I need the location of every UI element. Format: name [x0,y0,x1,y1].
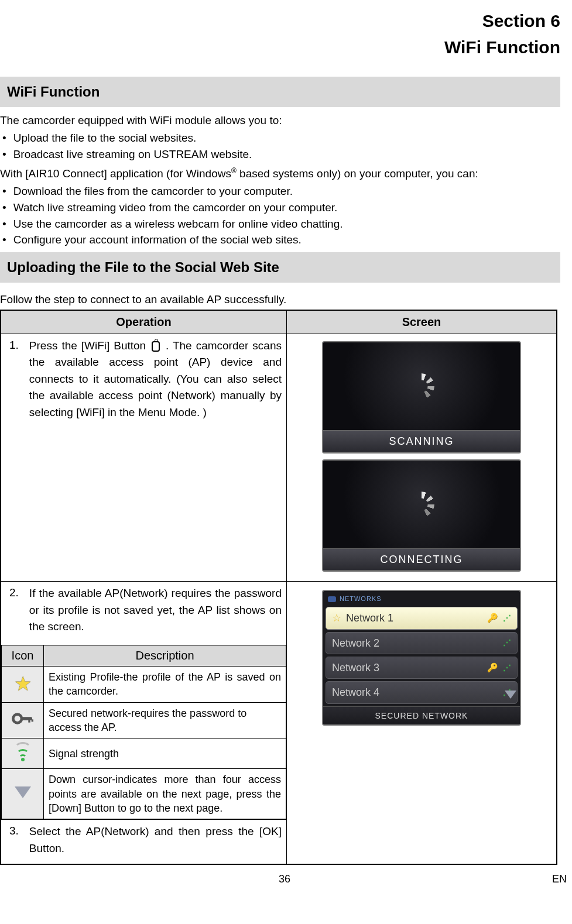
star-icon: ☆ [332,611,341,625]
screen-connecting-label: CONNECTING [323,548,520,571]
step-num: 1. [6,338,19,421]
language-code: EN [552,872,567,886]
down-arrow-icon [15,786,31,798]
spinner-icon [409,373,434,399]
screen-scanning-label: SCANNING [323,430,520,452]
desc-down: Down cursor-indicates more than four acc… [44,769,286,819]
network-row: Network 2 ⋰ [326,632,518,654]
screen-connecting: CONNECTING [322,459,521,572]
page-number: 36 [0,872,569,886]
star-icon-cell: ★ [2,666,44,702]
col-operation: Operation [1,310,286,334]
intro-lead: The camcorder equipped with WiFi module … [0,113,560,128]
inner-head-desc: Description [44,645,286,666]
svg-rect-2 [28,719,30,722]
section-header: Section 6 WiFi Function [0,9,560,59]
svg-point-0 [13,714,22,723]
desc-star: Existing Profile-the profile of the AP i… [44,666,286,702]
heading-wifi-function: WiFi Function [0,77,560,107]
network-row: Network 3 🔑⋰ [326,657,518,679]
bullet: Use the camcorder as a wireless webcam f… [0,217,560,232]
follow-text: Follow the step to connect to an availab… [0,292,560,307]
intro-block: The camcorder equipped with WiFi module … [0,113,560,247]
screen-row-2: NETWORKS ☆Network 1 🔑⋰ Network 2 ⋰ Netwo… [286,582,557,864]
step-num: 3. [6,823,19,857]
col-screen: Screen [286,310,557,334]
op-row-2-3: 2. If the available AP(Network) requires… [1,582,286,864]
intro-bullets-1: Upload the file to the social websites. … [0,130,560,162]
key-icon-cell [2,702,44,738]
svg-rect-3 [31,719,33,722]
step-text: Press the [WiFi] Button . The camcorder … [29,338,282,421]
key-icon [11,717,35,729]
section-label: Section 6 [0,9,560,33]
op-row-1: 1. Press the [WiFi] Button . The camcord… [1,334,286,582]
step-text: If the available AP(Network) requires th… [29,585,282,636]
down-arrow-icon [505,691,516,699]
bullet: Download the files from the camcorder to… [0,184,560,199]
bullet: Upload the file to the social websites. [0,130,560,146]
page-footer: 36 EN [0,872,569,886]
icon-desc-table: Icon Description ★ Existing Profile-the … [1,645,286,819]
intro-bullets-2: Download the files from the camcorder to… [0,184,560,248]
svg-rect-1 [20,717,32,720]
desc-key: Secured network-requires the password to… [44,702,286,738]
bullet: Watch live streaming video from the camc… [0,200,560,215]
networks-footer: SECURED NETWORK [323,706,520,725]
signal-icon [14,742,32,761]
lock-icon: 🔑 [487,662,498,674]
inner-head-icon: Icon [2,645,44,666]
screen-scanning: SCANNING [322,341,521,454]
signal-icon: ⋰ [503,613,511,624]
lock-icon: 🔑 [487,612,498,624]
screen-networks: NETWORKS ☆Network 1 🔑⋰ Network 2 ⋰ Netwo… [322,590,521,726]
intro-with-line: With [AIR10 Connect] application (for Wi… [0,166,560,181]
down-icon-cell [2,769,44,819]
bullet: Broadcast live streaming on USTREAM webs… [0,147,560,162]
network-row: Network 4 ⋰ [326,681,518,703]
desc-signal: Signal strength [44,738,286,769]
star-icon: ★ [14,672,32,695]
section-title: WiFi Function [0,36,560,60]
networks-title: NETWORKS [326,593,518,607]
step-text: Select the AP(Network) and then press th… [29,823,282,857]
signal-icon: ⋰ [503,637,511,648]
signal-icon-cell [2,738,44,769]
networks-title-icon [328,596,336,602]
signal-icon: ⋰ [503,662,511,674]
step-num: 2. [6,585,19,636]
screen-row-1: SCANNING CONNECTING [286,334,557,582]
heading-uploading: Uploading the File to the Social Web Sit… [0,252,560,283]
operation-table: Operation Screen 1. Press the [WiFi] But… [0,310,557,865]
bullet: Configure your account information of th… [0,232,560,248]
wifi-button-icon [152,341,160,352]
network-row: ☆Network 1 🔑⋰ [326,607,518,629]
spinner-icon [409,492,434,517]
